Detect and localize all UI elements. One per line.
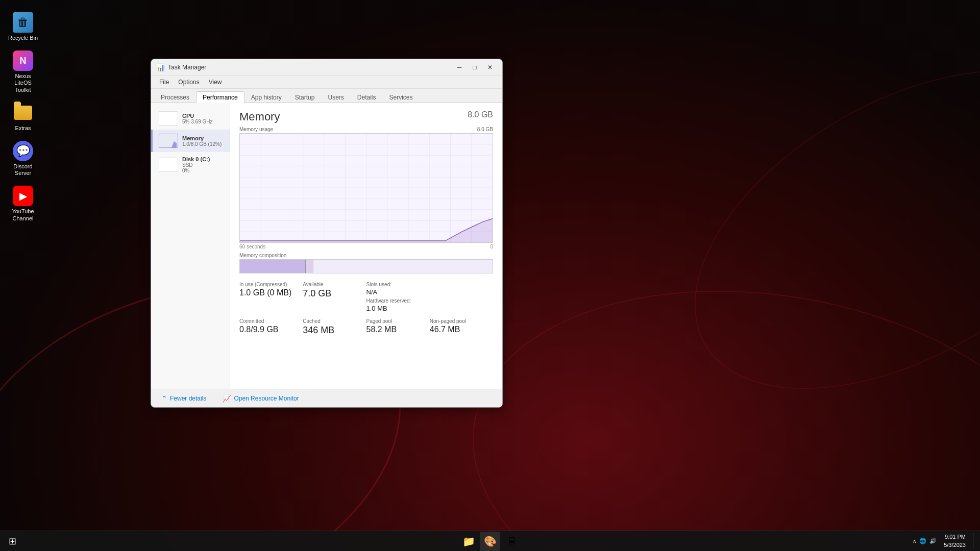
stat-non-paged-pool: Non-paged pool 46.7 MB xyxy=(430,316,493,340)
non-paged-pool-value: 46.7 MB xyxy=(430,325,490,334)
available-label: Available xyxy=(303,282,363,287)
nexus-img: N xyxy=(13,51,33,71)
menu-view[interactable]: View xyxy=(205,78,226,87)
extras-label: Extras xyxy=(15,125,31,132)
clock[interactable]: 9:01 PM 5/3/2023 xyxy=(941,532,969,550)
extras-img xyxy=(14,106,32,120)
open-resource-monitor-button[interactable]: 📈 Open Resource Monitor xyxy=(219,392,302,405)
taskbar-terminal[interactable]: 🖥 xyxy=(501,532,522,551)
mem-comp-label: Memory composition xyxy=(239,253,493,258)
hw-reserved-value: 1.0 MB xyxy=(366,305,427,312)
tab-performance[interactable]: Performance xyxy=(196,91,244,103)
tab-users[interactable]: Users xyxy=(321,91,350,103)
stat-cached: Cached 346 MB xyxy=(303,316,366,340)
perf-item-cpu[interactable]: CPU 5% 3.69 GHz xyxy=(151,107,230,130)
cpu-name: CPU xyxy=(182,113,212,119)
stat-placeholder xyxy=(430,280,493,316)
tab-processes[interactable]: Processes xyxy=(154,91,196,103)
tab-bar: Processes Performance App history Startu… xyxy=(151,89,502,103)
graph-duration-right: 0 xyxy=(490,244,493,249)
perf-item-disk[interactable]: Disk 0 (C:) SSD 0% xyxy=(151,152,230,178)
mem-comp-modified xyxy=(306,260,313,273)
resource-monitor-icon: 📈 xyxy=(223,394,231,403)
memory-name: Memory xyxy=(182,135,222,141)
hw-reserved-label: Hardware reserved: xyxy=(366,298,427,304)
slots-used-value: N/A xyxy=(366,288,427,296)
taskbar-right: ∧ 🌐 🔊 9:01 PM 5/3/2023 xyxy=(913,532,976,550)
tab-startup[interactable]: Startup xyxy=(288,91,322,103)
graph-header: Memory usage 8.0 GB xyxy=(239,127,493,132)
youtube-img: ▶ xyxy=(13,186,33,206)
start-button[interactable]: ⊞ xyxy=(4,533,20,549)
fewer-details-button[interactable]: ⌃ Fewer details xyxy=(158,392,209,405)
discord-img: 💬 xyxy=(13,141,33,161)
taskbar: ⊞ 📁 🎨 🖥 ∧ 🌐 🔊 9:01 PM 5/3/2023 xyxy=(0,531,980,551)
clock-time: 9:01 PM xyxy=(945,533,966,541)
menu-file[interactable]: File xyxy=(155,78,173,87)
disk-mini-graph xyxy=(159,158,178,172)
taskbar-paint[interactable]: 🎨 xyxy=(480,532,500,551)
mem-comp-available xyxy=(313,260,493,273)
maximize-button[interactable]: □ xyxy=(468,61,482,73)
stat-slots-used: Slots used: N/A Hardware reserved: 1.0 M… xyxy=(366,280,430,316)
paged-pool-label: Paged pool xyxy=(366,318,427,324)
menu-options[interactable]: Options xyxy=(174,78,203,87)
cpu-mini-graph xyxy=(159,111,178,126)
taskbar-file-explorer[interactable]: 📁 xyxy=(458,532,479,551)
menu-bar: File Options View xyxy=(151,76,502,89)
close-button[interactable]: ✕ xyxy=(483,61,497,73)
stat-available: Available 7.0 GB xyxy=(303,280,366,316)
recycle-bin-icon[interactable]: 🗑 Recycle Bin xyxy=(5,10,41,43)
slots-used-label: Slots used: xyxy=(366,282,427,287)
stat-paged-pool: Paged pool 58.2 MB xyxy=(366,316,430,340)
open-resource-monitor-label: Open Resource Monitor xyxy=(234,395,299,402)
graph-duration-left: 60 seconds xyxy=(239,244,265,249)
recycle-bin-img: 🗑 xyxy=(13,12,33,33)
tm-footer: ⌃ Fewer details 📈 Open Resource Monitor xyxy=(151,389,502,407)
tray-volume-icon[interactable]: 🔊 xyxy=(929,538,937,544)
extras-icon[interactable]: Extras xyxy=(5,101,41,134)
show-desktop-button[interactable] xyxy=(973,533,976,549)
tab-app-history[interactable]: App history xyxy=(244,91,288,103)
title-bar: 📊 Task Manager ─ □ ✕ xyxy=(151,59,502,76)
system-tray: ∧ 🌐 🔊 xyxy=(913,538,937,544)
nexus-label: Nexus LiteOS Toolkit xyxy=(7,73,39,93)
graph-footer: 60 seconds 0 xyxy=(239,244,493,249)
memory-title: Memory xyxy=(239,110,280,123)
memory-mini-graph xyxy=(159,134,178,148)
tray-network-icon: 🌐 xyxy=(919,538,926,544)
title-bar-text: Task Manager xyxy=(168,64,452,71)
stat-in-use: In use (Compressed) 1.0 GB (0 MB) xyxy=(239,280,303,316)
non-paged-pool-label: Non-paged pool xyxy=(430,318,490,324)
desktop-icons-container: 🗑 Recycle Bin N Nexus LiteOS Toolkit Ext… xyxy=(0,5,46,229)
mem-comp-bar xyxy=(239,259,493,273)
memory-graph-container: Memory usage 8.0 GB xyxy=(239,127,493,249)
tray-chevron[interactable]: ∧ xyxy=(913,538,916,544)
memory-header: Memory 8.0 GB xyxy=(239,110,493,123)
youtube-channel-icon[interactable]: ▶ YouTube Channel xyxy=(5,184,41,223)
discord-server-icon[interactable]: 💬 Discord Server xyxy=(5,139,41,179)
memory-detail: 1.0/8.0 GB (12%) xyxy=(182,141,222,147)
window-controls: ─ □ ✕ xyxy=(452,61,497,73)
tab-details[interactable]: Details xyxy=(351,91,383,103)
memory-graph xyxy=(239,133,493,243)
tm-content: CPU 5% 3.69 GHz Memory 1.0/8.0 GB (12%) xyxy=(151,103,502,389)
memory-main-panel: Memory 8.0 GB Memory usage 8.0 GB xyxy=(230,103,502,389)
graph-label: Memory usage xyxy=(239,127,273,132)
paged-pool-value: 58.2 MB xyxy=(366,325,427,334)
performance-sidebar: CPU 5% 3.69 GHz Memory 1.0/8.0 GB (12%) xyxy=(151,103,230,389)
task-manager-icon: 📊 xyxy=(156,63,165,71)
perf-item-memory[interactable]: Memory 1.0/8.0 GB (12%) xyxy=(151,130,230,152)
fewer-details-label: Fewer details xyxy=(170,395,206,402)
taskbar-center-icons: 📁 🎨 🖥 xyxy=(458,532,522,551)
stat-committed: Committed 0.8/9.9 GB xyxy=(239,316,303,340)
discord-label: Discord Server xyxy=(7,163,39,177)
disk-detail: SSD 0% xyxy=(182,162,210,173)
minimize-button[interactable]: ─ xyxy=(452,61,467,73)
tab-services[interactable]: Services xyxy=(383,91,420,103)
in-use-label: In use (Compressed) xyxy=(239,282,300,287)
nexus-liteos-icon[interactable]: N Nexus LiteOS Toolkit xyxy=(5,48,41,95)
cached-value: 346 MB xyxy=(303,325,363,336)
memory-stats-grid: In use (Compressed) 1.0 GB (0 MB) Availa… xyxy=(239,280,493,340)
committed-value: 0.8/9.9 GB xyxy=(239,325,300,334)
